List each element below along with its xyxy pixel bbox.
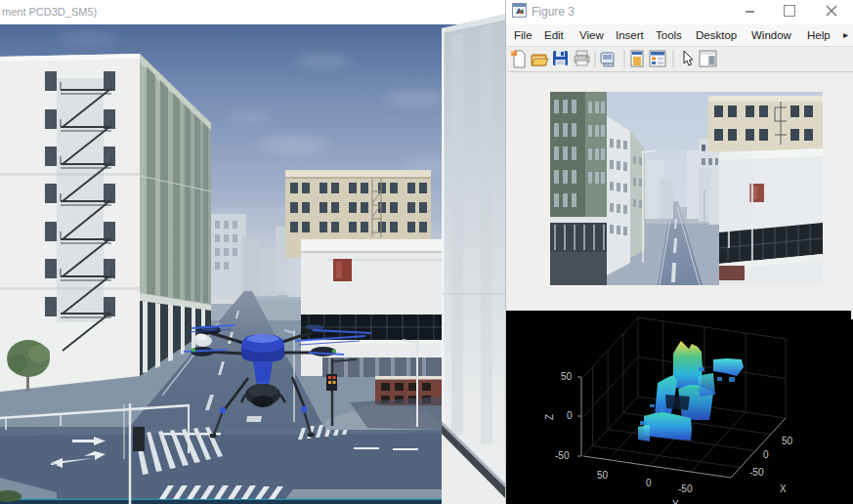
svg-text:Z: Z: [544, 414, 555, 420]
svg-text:0: 0: [567, 410, 573, 421]
svg-text:50: 50: [561, 371, 573, 382]
svg-text:-50: -50: [678, 483, 693, 494]
svg-text:0: 0: [646, 478, 652, 488]
svg-text:50: 50: [597, 470, 609, 481]
svg-text:-50: -50: [555, 450, 570, 461]
svg-text:Y: Y: [672, 499, 679, 504]
svg-text:ment PCD3D_SM5): ment PCD3D_SM5): [2, 6, 97, 18]
svg-text:50: 50: [782, 436, 793, 446]
svg-text:-50: -50: [749, 467, 764, 478]
svg-text:X: X: [780, 483, 787, 494]
svg-text:0: 0: [763, 449, 769, 460]
